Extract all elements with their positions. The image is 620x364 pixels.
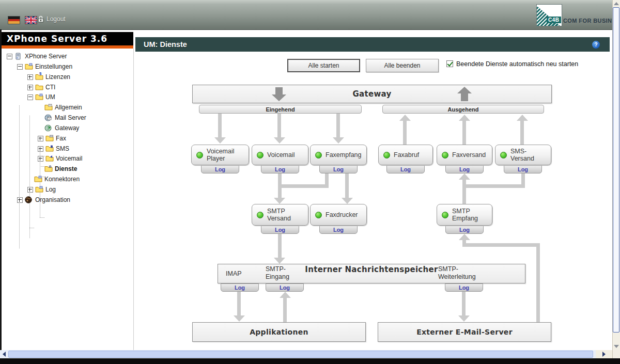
log-button-faxdrucker[interactable]: Log xyxy=(319,226,358,234)
tree-item-einstellungen[interactable]: Einstellungen xyxy=(2,61,72,72)
fax-folder-icon xyxy=(45,135,54,142)
tree-item-gateway[interactable]: Gateway xyxy=(2,123,79,133)
folder-icon xyxy=(35,186,43,193)
log-button-imap[interactable]: Log xyxy=(221,283,259,292)
collapse-icon[interactable] xyxy=(27,94,33,100)
mail-server-globe-icon xyxy=(44,114,53,121)
scroll-left-button[interactable] xyxy=(0,350,8,358)
expand-icon[interactable] xyxy=(27,74,33,80)
scroll-down-button[interactable] xyxy=(612,343,620,350)
tree-item-xphone-server[interactable]: XPhone Server xyxy=(2,51,67,61)
log-button-faxversand[interactable]: Log xyxy=(445,165,484,173)
connector-arrowhead-up xyxy=(399,115,411,121)
connector-arrowhead-up xyxy=(459,115,470,121)
folder-icon xyxy=(34,176,42,183)
tree-item-organisation[interactable]: Organisation xyxy=(2,195,70,205)
status-led-running xyxy=(257,212,264,218)
sms-folder-icon xyxy=(45,145,54,152)
service-faxabruf[interactable]: Faxabruf xyxy=(378,145,433,165)
vertical-scrollbar-thumb[interactable] xyxy=(613,7,619,333)
connector-arrowhead-down xyxy=(274,137,285,144)
gateway-outbound-arrow xyxy=(461,93,468,101)
gateway-box: Gateway xyxy=(192,85,552,103)
tree-item-dienste-selected[interactable]: Dienste xyxy=(2,164,77,174)
status-led-running xyxy=(315,152,322,159)
british-flag-icon[interactable] xyxy=(25,16,37,24)
log-button-faxabruf[interactable]: Log xyxy=(386,165,425,173)
scroll-up-button[interactable] xyxy=(612,0,620,7)
collapse-icon[interactable] xyxy=(7,54,12,59)
connector-line xyxy=(345,173,349,198)
collapse-icon[interactable] xyxy=(17,64,23,70)
expand-icon[interactable] xyxy=(17,197,23,203)
gateway-inbound-arrow xyxy=(275,87,283,95)
expand-icon[interactable] xyxy=(27,187,33,193)
expand-icon[interactable] xyxy=(27,85,33,90)
service-voicemail[interactable]: Voicemail xyxy=(252,145,308,165)
tree-item-voicemail[interactable]: Voicemail xyxy=(2,153,82,164)
horizontal-scrollbar-thumb[interactable] xyxy=(8,351,593,358)
service-faxempfang[interactable]: Faxempfang xyxy=(310,145,367,165)
tree-item-label: Mail Server xyxy=(55,114,86,121)
applications-label: Applikationen xyxy=(193,328,365,336)
stop-all-button[interactable]: Alle beenden xyxy=(366,59,439,72)
page-title-bar: UM: Dienste xyxy=(135,37,610,52)
status-led-running xyxy=(196,152,203,159)
tree-item-label: SMS xyxy=(56,145,69,152)
german-flag-icon[interactable] xyxy=(8,16,20,24)
up-arrow-icon xyxy=(614,2,619,5)
tree-item-label: Allgemein xyxy=(55,104,82,111)
log-button-smtp-weiterleitung[interactable]: Log xyxy=(445,283,483,292)
connector-line xyxy=(462,243,540,247)
external-mail-server-box: Externer E-Mail-Server xyxy=(378,322,551,342)
service-voicemail-player[interactable]: Voicemail Player xyxy=(191,145,249,165)
services-folder-icon xyxy=(44,165,53,172)
service-sms-versand[interactable]: SMS-Versand xyxy=(495,145,551,165)
log-button-voicemail-player[interactable]: Log xyxy=(201,165,239,173)
service-smtp-empfang[interactable]: SMTP Empfang xyxy=(437,204,492,226)
tree-item-um[interactable]: UM xyxy=(2,92,55,102)
tree-item-sms[interactable]: SMS xyxy=(2,144,69,154)
app-title: XPhone Server 3.6 xyxy=(2,32,133,45)
connector-arrowhead-down xyxy=(458,315,470,322)
tree-item-cti[interactable]: CTI xyxy=(2,82,55,92)
logout-button[interactable]: Logout xyxy=(38,15,66,23)
union-jack xyxy=(25,17,37,24)
folder-icon xyxy=(25,63,33,70)
connector-arrowhead-up xyxy=(517,115,528,121)
connector-line xyxy=(336,114,340,138)
tree-item-allgemein[interactable]: Allgemein xyxy=(2,102,82,113)
voicemail-folder-icon xyxy=(45,155,54,162)
connector-arrowhead-down xyxy=(333,137,344,144)
auto-restart-checkbox[interactable] xyxy=(446,60,453,67)
log-button-smtp-eingang[interactable]: Log xyxy=(266,283,304,292)
connector-arrowhead-down xyxy=(234,315,245,322)
log-button-sms-versand[interactable]: Log xyxy=(504,165,542,173)
tree-item-label: Einstellungen xyxy=(35,63,72,70)
log-button-smtp-versand[interactable]: Log xyxy=(261,226,299,234)
inbound-bar: Eingehend xyxy=(199,105,362,114)
tree-item-lizenzen[interactable]: $ Lizenzen xyxy=(2,72,70,82)
scroll-right-button[interactable] xyxy=(596,350,612,358)
logout-label: Logout xyxy=(47,15,66,23)
start-all-button[interactable]: Alle starten xyxy=(287,59,360,72)
expand-icon[interactable] xyxy=(38,146,43,152)
endpoint-imap: IMAP xyxy=(226,264,242,283)
help-icon[interactable]: ? xyxy=(592,41,600,49)
expand-icon[interactable] xyxy=(38,136,43,141)
tree-item-konnektoren[interactable]: Konnektoren xyxy=(2,174,80,184)
log-button-voicemail[interactable]: Log xyxy=(261,165,299,173)
tree-item-mail-server[interactable]: Mail Server xyxy=(2,113,86,123)
tree-item-label: UM xyxy=(45,93,55,101)
connector-line xyxy=(520,121,524,145)
service-faxdrucker[interactable]: Faxdrucker xyxy=(310,204,367,226)
right-arrow-icon xyxy=(602,352,606,357)
expand-icon[interactable] xyxy=(38,156,43,162)
log-button-faxempfang[interactable]: Log xyxy=(319,165,358,173)
service-faxversand[interactable]: Faxversand xyxy=(437,145,492,165)
tree-item-fax[interactable]: Fax xyxy=(2,133,66,144)
tree-item-log[interactable]: Log xyxy=(2,184,56,195)
log-button-smtp-empfang[interactable]: Log xyxy=(445,226,484,234)
left-arrow-icon xyxy=(3,352,6,357)
service-smtp-versand[interactable]: SMTP Versand xyxy=(252,204,308,226)
